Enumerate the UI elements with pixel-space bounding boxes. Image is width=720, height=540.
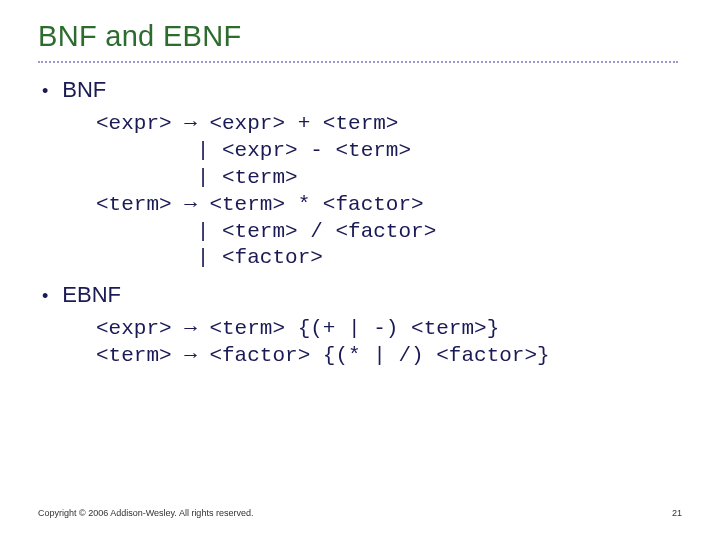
bullet-dot-icon: • bbox=[42, 285, 48, 307]
bullet-item-ebnf: • EBNF bbox=[42, 282, 682, 308]
bullet-dot-icon: • bbox=[42, 80, 48, 102]
code-block-bnf: <expr> → <expr> + <term> | <expr> - <ter… bbox=[96, 111, 682, 272]
bullet-list: • BNF <expr> → <expr> + <term> | <expr> … bbox=[38, 77, 682, 370]
code-block-ebnf: <expr> → <term> {(+ | -) <term>} <term> … bbox=[96, 316, 682, 370]
divider bbox=[38, 61, 678, 63]
page-number: 21 bbox=[672, 508, 682, 518]
footer: Copyright © 2006 Addison-Wesley. All rig… bbox=[38, 508, 682, 518]
copyright-text: Copyright © 2006 Addison-Wesley. All rig… bbox=[38, 508, 253, 518]
slide: BNF and EBNF • BNF <expr> → <expr> + <te… bbox=[0, 0, 720, 540]
bullet-item-bnf: • BNF bbox=[42, 77, 682, 103]
page-title: BNF and EBNF bbox=[38, 20, 682, 53]
bullet-label: EBNF bbox=[62, 282, 121, 308]
bullet-label: BNF bbox=[62, 77, 106, 103]
